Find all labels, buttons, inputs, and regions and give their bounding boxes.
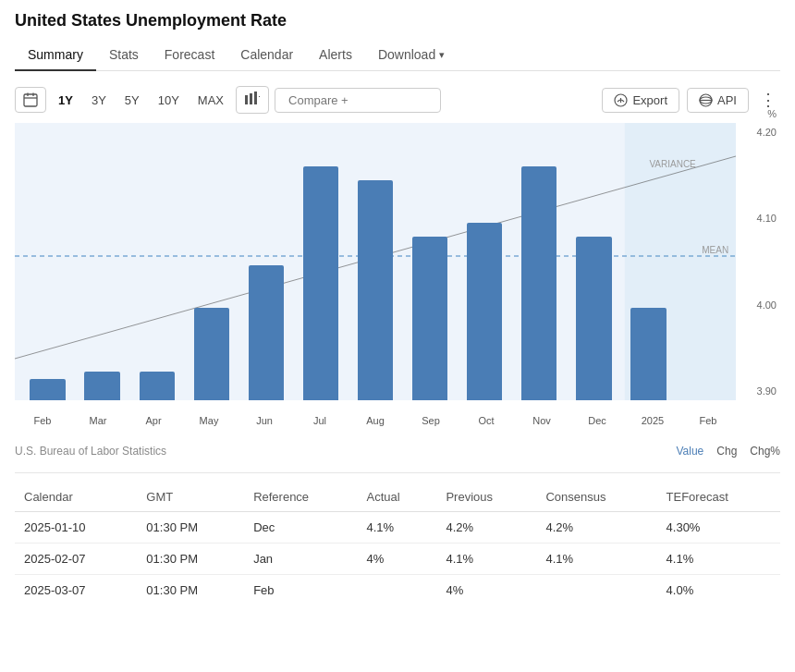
cell-calendar-1: 2025-02-07 — [15, 544, 137, 575]
svg-rect-7 — [259, 96, 260, 97]
x-label-jul: Jul — [292, 415, 348, 426]
bar-feb1 — [20, 130, 75, 400]
bar-dec-fill — [576, 237, 611, 400]
tab-forecast[interactable]: Forecast — [152, 40, 227, 71]
time-range-max[interactable]: MAX — [191, 89, 230, 112]
bar-sep — [403, 130, 458, 400]
cell-previous-0: 4.2% — [436, 512, 536, 544]
table-body: 2025-01-1001:30 PMDec4.1%4.2%4.2%4.30%20… — [15, 512, 780, 606]
time-range-3y[interactable]: 3Y — [85, 89, 113, 112]
col-previous: Previous — [436, 483, 536, 512]
source-links: Value Chg Chg% — [676, 445, 780, 458]
x-label-apr: Apr — [126, 415, 181, 426]
svg-rect-5 — [250, 93, 252, 104]
time-range-1y[interactable]: 1Y — [52, 89, 80, 112]
chart-inner: MEAN VARIANCE — [15, 123, 736, 400]
chart-type-button[interactable] — [236, 86, 269, 114]
y-unit-label: % — [767, 108, 777, 119]
x-label-oct: Oct — [459, 415, 514, 426]
table-row: 2025-03-0701:30 PMFeb4%4.0% — [15, 575, 780, 606]
source-link-chgpct[interactable]: Chg% — [750, 445, 780, 458]
bar-feb2 — [676, 130, 730, 400]
bar-jul-fill — [303, 166, 338, 400]
cell-previous-2: 4% — [436, 575, 536, 606]
svg-rect-0 — [24, 94, 37, 106]
api-icon — [699, 93, 713, 107]
tab-calendar[interactable]: Calendar — [227, 40, 306, 71]
bar-chart-icon — [244, 92, 261, 104]
compare-input[interactable] — [275, 88, 441, 113]
bar-nov-fill — [521, 166, 556, 400]
y-label-400: 4.00 — [757, 299, 777, 311]
cell-gmt-0: 01:30 PM — [137, 512, 244, 544]
cell-previous-1: 4.1% — [436, 544, 536, 575]
tab-stats[interactable]: Stats — [96, 40, 152, 71]
toolbar-right: Export API ⋮ — [602, 86, 780, 114]
y-axis: 4.20 4.10 4.00 3.90 — [736, 123, 780, 400]
bars-wrapper — [15, 123, 736, 400]
bar-jul — [293, 130, 348, 400]
bar-aug — [348, 130, 402, 400]
svg-rect-4 — [245, 95, 248, 104]
bar-may — [184, 130, 238, 400]
bar-nov — [512, 130, 567, 400]
bar-jun-fill — [249, 265, 284, 400]
x-label-nov: Nov — [514, 415, 569, 426]
time-range-5y[interactable]: 5Y — [118, 89, 146, 112]
export-button[interactable]: Export — [602, 88, 679, 113]
cell-consensus-1: 4.1% — [536, 544, 656, 575]
tab-alerts[interactable]: Alerts — [306, 40, 365, 71]
x-label-sep: Sep — [403, 415, 459, 426]
cell-reference-1: Jan — [244, 544, 357, 575]
table-header-row: Calendar GMT Reference Actual Previous C… — [15, 483, 780, 512]
x-label-feb2: Feb — [680, 415, 736, 426]
bar-apr — [129, 130, 184, 400]
cell-consensus-0: 4.2% — [536, 512, 656, 544]
source-link-chg[interactable]: Chg — [716, 445, 737, 458]
x-label-mar: Mar — [70, 415, 126, 426]
bar-dec — [567, 130, 621, 400]
source-row: U.S. Bureau of Labor Statistics Value Ch… — [15, 443, 780, 465]
y-label-390: 3.90 — [757, 385, 777, 397]
page-container: United States Unemployment Rate Summary … — [0, 0, 795, 617]
calendar-button[interactable] — [15, 87, 46, 113]
cell-reference-0: Dec — [244, 512, 357, 544]
cell-reference-2: Feb — [244, 575, 357, 606]
col-actual: Actual — [358, 483, 437, 512]
divider — [15, 472, 780, 473]
api-button[interactable]: API — [687, 88, 749, 113]
bar-jun — [238, 130, 293, 400]
data-table: Calendar GMT Reference Actual Previous C… — [15, 483, 780, 605]
x-label-aug: Aug — [348, 415, 403, 426]
table-row: 2025-02-0701:30 PMJan4%4.1%4.1%4.1% — [15, 544, 780, 575]
tab-download[interactable]: Download — [365, 40, 458, 71]
bar-2025 — [621, 130, 676, 400]
cell-actual-1: 4% — [358, 544, 437, 575]
y-label-420: 4.20 — [757, 127, 777, 138]
x-label-feb1: Feb — [15, 415, 70, 426]
time-range-10y[interactable]: 10Y — [152, 89, 186, 112]
export-icon — [614, 93, 628, 107]
col-teforecast: TEForecast — [657, 483, 780, 512]
bar-2025-fill — [630, 308, 666, 400]
col-gmt: GMT — [137, 483, 244, 512]
calendar-icon — [23, 92, 38, 107]
toolbar: 1Y 3Y 5Y 10Y MAX — [15, 80, 780, 119]
bar-oct-fill — [467, 223, 502, 400]
cell-gmt-1: 01:30 PM — [137, 544, 244, 575]
cell-teforecast-1: 4.1% — [657, 544, 780, 575]
bar-sep-fill — [412, 237, 447, 400]
cell-calendar-2: 2025-03-07 — [15, 575, 137, 606]
bar-mar — [75, 130, 129, 400]
bar-may-fill — [194, 308, 229, 400]
cell-actual-2 — [358, 575, 437, 606]
bar-oct — [458, 130, 512, 400]
source-link-value[interactable]: Value — [676, 445, 703, 458]
x-label-may: May — [181, 415, 237, 426]
x-label-dec: Dec — [569, 415, 625, 426]
cell-gmt-2: 01:30 PM — [137, 575, 244, 606]
x-label-jun: Jun — [237, 415, 292, 426]
chart-area: % 4.20 4.10 4.00 3.90 MEAN VARIANCE — [15, 123, 780, 437]
bar-apr-fill — [140, 372, 175, 400]
tab-summary[interactable]: Summary — [15, 40, 96, 71]
